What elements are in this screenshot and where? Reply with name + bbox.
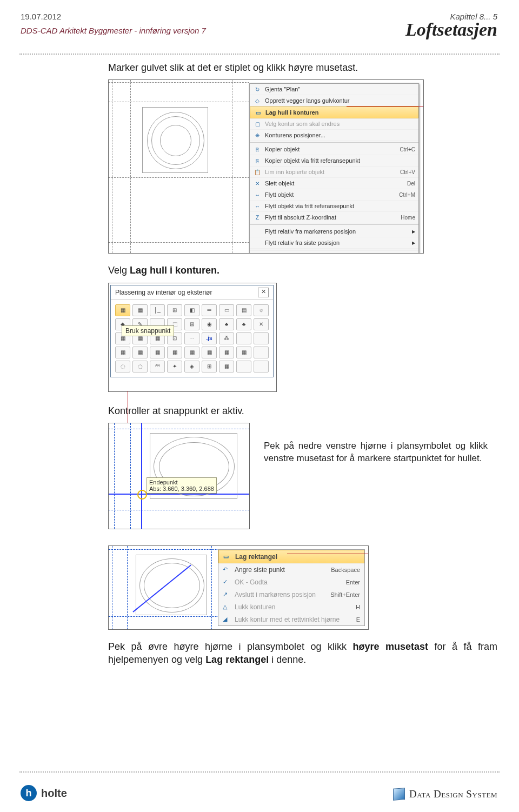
ribbon-button[interactable]: ▦ [115, 347, 130, 358]
divider-top [19, 54, 500, 55]
menu-item[interactable]: ⁜Konturens posisjoner... [250, 130, 418, 141]
ribbon-button[interactable]: ▦ [202, 347, 217, 358]
ribbon-button[interactable]: ⊞ [184, 318, 199, 330]
menu-shortcut: Ctrl+C [400, 147, 415, 152]
menu-shortcut: Shift+Enter [330, 591, 360, 598]
ribbon-button[interactable]: ⊞ [167, 304, 182, 316]
ribbon-button[interactable]: ▦ [132, 347, 148, 358]
dds-logo-icon [393, 788, 405, 801]
menu-shortcut: Backspace [331, 567, 360, 573]
ribbon-button[interactable]: ◌ [132, 361, 148, 372]
menu-item[interactable]: ◇Opprett vegger langs gulvkontur [250, 95, 418, 107]
context-menu[interactable]: ↻Gjenta "Plan"◇Opprett vegger langs gulv… [249, 83, 419, 254]
menu-item: ✓OK - GodtaEnter [218, 576, 364, 588]
page-subheader: DDS-CAD Arkitekt Byggmester - innføring … [21, 26, 206, 35]
ribbon-button[interactable]: ▦ [219, 347, 234, 358]
figure-snap: Endepunkt Abs: 3.660, 3.360, 2.688 [108, 423, 250, 529]
menu-item[interactable]: ✕Slett objektDel [250, 178, 418, 189]
menu-label: Lag hull i konturen [265, 109, 415, 116]
ribbon-button[interactable]: ♣ [236, 318, 251, 330]
ribbon-button[interactable]: ✕ [254, 318, 269, 330]
ribbon-button[interactable]: ♣ [219, 318, 234, 330]
menu-item[interactable]: ⎘Kopier objektCtrl+C [250, 144, 418, 155]
ribbon-button[interactable] [254, 361, 269, 372]
para-3: Kontroller at snappunkt er aktiv. [108, 405, 497, 417]
ribbon-button[interactable]: ▦ [150, 347, 165, 358]
menu-shortcut: Ctrl+V [400, 169, 415, 175]
menu-item: ▢Velg kontur som skal endres [250, 118, 418, 130]
ribbon-button[interactable]: ᴬᴺ [150, 361, 165, 372]
snap-tip-2: Abs: 3.660, 3.360, 2.688 [149, 485, 214, 492]
menu-shortcut: H [356, 604, 360, 610]
ribbon-button[interactable]: ◈ [184, 361, 199, 372]
menu-icon: ↻ [253, 253, 262, 254]
menu-item[interactable]: ▭Lag hull i konturen [250, 107, 418, 118]
ribbon-button[interactable]: .js [202, 332, 217, 344]
p5a: Pek på øvre høyre hjørne i plansymbolet … [108, 641, 352, 652]
ribbon-button[interactable]: ◌ [115, 361, 130, 372]
menu-item[interactable]: ▭Lag rektangel [218, 550, 364, 563]
menu-item[interactable]: Flytt relativ fra siste posisjon▶ [250, 237, 418, 249]
ribbon-button[interactable]: ◧ [184, 304, 199, 316]
ribbon-button[interactable]: ▦ [115, 304, 130, 316]
para-2: Velg Lag hull i konturen. [108, 264, 497, 277]
page-title: Loftsetasjen [405, 19, 497, 40]
menu-icon: ↻ [253, 85, 262, 93]
menu-icon: 📋 [253, 168, 262, 176]
menu-icon: ✕ [253, 179, 262, 187]
ribbon-button[interactable]: ✦ [167, 361, 182, 372]
ribbon-button[interactable]: ▭ [219, 304, 234, 316]
dialog-title: Plassering av interiør og eksteriør [115, 289, 212, 296]
ribbon-button[interactable]: ▦ [236, 347, 251, 358]
menu-icon: ◇ [253, 97, 262, 104]
snap-tooltip: Endepunkt Abs: 3.660, 3.360, 2.688 [147, 477, 217, 494]
menu-item[interactable]: ↻Roter objekt om Z-aksen [250, 251, 418, 254]
menu-label: Opprett vegger langs gulvkontur [265, 97, 415, 104]
footer-left-text: holte [41, 787, 67, 800]
close-icon[interactable]: ✕ [258, 288, 269, 297]
ribbon-button[interactable]: ⊞ [202, 361, 217, 372]
menu-item: △Lukk konturenH [218, 601, 364, 613]
ribbon-button[interactable] [236, 361, 251, 372]
menu-item[interactable]: ⎘Kopier objekt via fritt referansepunkt [250, 155, 418, 167]
menu-icon: △ [223, 603, 231, 610]
para-2-pre: Velg [108, 265, 130, 276]
ribbon-button[interactable]: ═ [202, 304, 217, 316]
ribbon-button[interactable]: ☼ [254, 304, 269, 316]
ribbon-button[interactable]: ▤ [236, 304, 251, 316]
ribbon-button[interactable]: │⎯ [150, 304, 165, 316]
menu-item[interactable]: ↔Flytt objekt via fritt referansepunkt [250, 201, 418, 212]
divider-bottom [19, 771, 500, 773]
menu-icon: ◢ [223, 616, 231, 623]
ribbon-button[interactable]: ⁂ [219, 332, 234, 344]
menu-icon: ▢ [253, 120, 262, 128]
menu-item[interactable]: Flytt relativ fra markørens posisjon▶ [250, 226, 418, 237]
ribbon-button[interactable]: ▦ [132, 304, 148, 316]
p5d: Lag rektangel [205, 654, 269, 665]
ribbon-button[interactable] [254, 347, 269, 358]
context-menu-2[interactable]: ▭Lag rektangel↶Angre siste punktBackspac… [218, 549, 365, 626]
menu-icon: ✓ [223, 578, 231, 585]
figure-menu-rect: ▭Lag rektangel↶Angre siste punktBackspac… [108, 545, 369, 630]
menu-label: Lukk konturen [235, 603, 356, 611]
dialog-title-bar: Plassering av interiør og eksteriør ✕ [111, 285, 273, 300]
menu-label: Kopier objekt via fritt referansepunkt [265, 157, 415, 164]
ribbon-button[interactable] [236, 332, 251, 344]
menu-label: OK - Godta [235, 578, 346, 586]
menu-label: Velg kontur som skal endres [265, 121, 415, 127]
menu-icon: ▭ [254, 109, 262, 116]
menu-item[interactable]: ZFlytt til absolutt Z-koordinatHome [250, 212, 418, 223]
ribbon-button[interactable]: ▦ [219, 361, 234, 372]
menu-item[interactable]: ↶Angre siste punktBackspace [218, 563, 364, 576]
ribbon-button[interactable]: ⋯ [184, 332, 199, 344]
menu-shortcut: Enter [346, 579, 360, 585]
ribbon-button[interactable]: ▦ [184, 347, 199, 358]
menu-item[interactable]: ↻Gjenta "Plan" [250, 84, 418, 95]
ribbon-button[interactable]: ▦ [167, 347, 182, 358]
ribbon-button[interactable] [254, 332, 269, 344]
footer-right: Data Design System [393, 788, 497, 800]
menu-item[interactable]: ↔Flytt objektCtrl+M [250, 189, 418, 201]
menu-label: Lukk kontur med et rettvinklet hjørne [235, 616, 356, 623]
pointer-arrow-icon [347, 106, 424, 107]
ribbon-button[interactable]: ◉ [202, 318, 217, 330]
